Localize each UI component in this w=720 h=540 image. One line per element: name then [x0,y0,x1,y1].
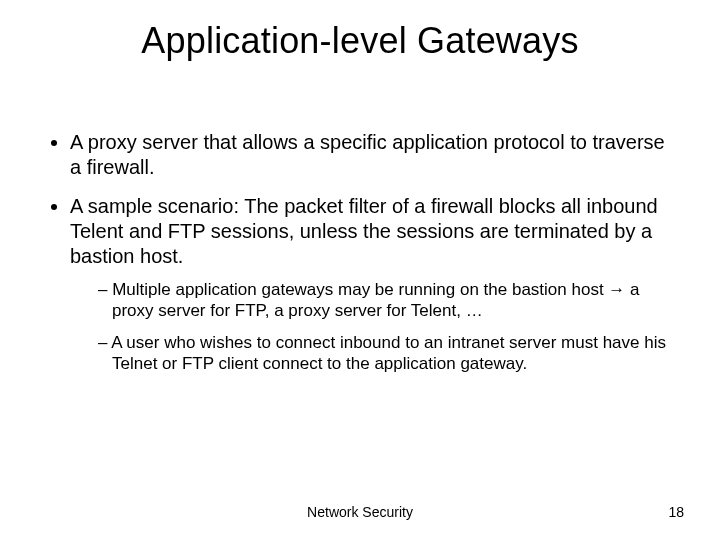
arrow-icon: → [608,280,625,299]
page-number: 18 [668,504,684,520]
bullet-item: A sample scenario: The packet filter of … [70,194,680,374]
sub-bullet-text: Multiple application gateways may be run… [112,280,608,299]
sub-bullet-list: Multiple application gateways may be run… [70,279,680,374]
slide: Application-level Gateways A proxy serve… [0,0,720,540]
slide-body: A proxy server that allows a specific ap… [40,130,680,388]
sub-bullet-item: Multiple application gateways may be run… [98,279,680,322]
bullet-list: A proxy server that allows a specific ap… [40,130,680,374]
bullet-text: A proxy server that allows a specific ap… [70,131,665,178]
footer-label: Network Security [0,504,720,520]
bullet-item: A proxy server that allows a specific ap… [70,130,680,180]
bullet-text: A sample scenario: The packet filter of … [70,195,658,267]
sub-bullet-text: A user who wishes to connect inbound to … [111,333,666,373]
sub-bullet-item: A user who wishes to connect inbound to … [98,332,680,375]
slide-title: Application-level Gateways [0,20,720,62]
